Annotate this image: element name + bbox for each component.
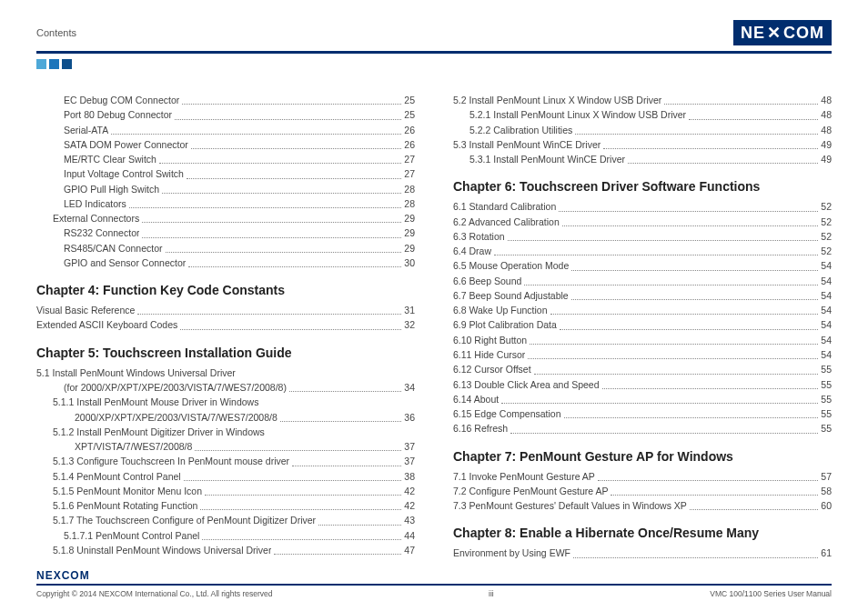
toc-entry[interactable]: GPIO and Sensor Connector30 [36, 255, 415, 270]
toc-entry[interactable]: ME/RTC Clear Switch27 [36, 152, 415, 166]
toc-entry[interactable]: 7.1 Invoke PenMount Gesture AP57 [453, 469, 832, 484]
toc-entry[interactable]: Visual Basic Reference31 [36, 303, 415, 317]
toc-entry[interactable]: 7.2 Configure PenMount Gesture AP58 [453, 484, 832, 498]
toc-page: 52 [821, 244, 832, 258]
toc-entry[interactable]: 6.16 Refresh55 [453, 421, 832, 436]
toc-entry[interactable]: 5.1.1 Install PenMount Mouse Driver in W… [36, 395, 415, 409]
toc-page: 37 [404, 454, 415, 468]
toc-entry[interactable]: (for 2000/XP/XPT/XPE/2003/VISTA/7/WES7/2… [36, 380, 415, 395]
toc-entry[interactable]: 6.7 Beep Sound Adjustable54 [453, 288, 832, 303]
toc-label: 5.1.6 PenMount Rotating Function [53, 498, 197, 513]
manual-title: VMC 100/1100 Series User Manual [710, 589, 832, 598]
toc-page: 29 [404, 211, 415, 225]
toc-page: 32 [404, 317, 415, 332]
toc-label: 7.1 Invoke PenMount Gesture AP [453, 469, 595, 484]
toc-page: 38 [404, 469, 415, 484]
toc-label: 6.12 Cursor Offset [453, 362, 531, 376]
toc-page: 44 [404, 528, 415, 543]
toc-entry[interactable]: 5.1 Install PenMount Windows Universal D… [36, 366, 415, 380]
toc-entry[interactable]: 7.3 PenMount Gestures' Default Values in… [453, 498, 832, 513]
toc-entry[interactable]: 5.1.8 Uninstall PenMount Windows Univers… [36, 543, 415, 557]
toc-entry[interactable]: Input Voltage Control Switch27 [36, 166, 415, 181]
toc-entry[interactable]: Serial-ATA26 [36, 123, 415, 137]
toc-page: 34 [404, 380, 415, 395]
toc-page: 58 [821, 484, 832, 498]
toc-page: 49 [821, 152, 832, 166]
toc-entry[interactable]: SATA DOM Power Connector26 [36, 137, 415, 152]
toc-entry[interactable]: 6.8 Wake Up Function54 [453, 303, 832, 317]
toc-entry[interactable]: 5.1.3 Configure Touchscreen In PenMount … [36, 454, 415, 468]
toc-entry[interactable]: 6.15 Edge Compensation55 [453, 406, 832, 421]
toc-page: 42 [404, 484, 415, 498]
toc-label: 5.2 Install PenMount Linux X Window USB … [453, 93, 661, 107]
toc-page: 26 [404, 123, 415, 137]
toc-entry[interactable]: 2000/XP/XPT/XPE/2003/VISTA/7/WES7/2008/8… [36, 410, 415, 425]
toc-label: 6.3 Rotation [453, 229, 505, 244]
toc-label: SATA DOM Power Connector [64, 137, 188, 152]
toc-entry[interactable]: 5.2 Install PenMount Linux X Window USB … [453, 93, 832, 107]
toc-entry[interactable]: 6.14 About55 [453, 392, 832, 406]
toc-label: 6.4 Draw [453, 244, 491, 258]
toc-entry[interactable]: 5.1.5 PenMount Monitor Menu Icon42 [36, 484, 415, 498]
toc-entry[interactable]: XPT/VISTA/7/WES7/2008/837 [36, 439, 415, 454]
toc-entry[interactable]: Environment by Using EWF61 [453, 546, 832, 560]
toc-label: 6.13 Double Click Area and Speed [453, 377, 600, 392]
toc-label: 6.6 Beep Sound [453, 274, 521, 288]
toc-label: 5.1.2 Install PenMount Digitizer Driver … [53, 425, 265, 439]
toc-entry[interactable]: LED Indicators28 [36, 196, 415, 211]
toc-page: 48 [821, 107, 832, 122]
toc-page: 54 [821, 347, 832, 362]
toc-page: 36 [404, 410, 415, 425]
toc-page: 27 [404, 152, 415, 166]
toc-entry[interactable]: 5.2.2 Calibration Utilities48 [453, 123, 832, 137]
toc-entry[interactable]: 5.3.1 Install PenMount WinCE Driver49 [453, 152, 832, 166]
toc-page: 54 [821, 288, 832, 303]
toc-entry[interactable]: 6.6 Beep Sound54 [453, 274, 832, 288]
toc-label: 5.1.7 The Touchscreen Configure of PenMo… [53, 513, 316, 527]
toc-entry[interactable]: 6.2 Advanced Calibration52 [453, 215, 832, 229]
toc-label: 6.10 Right Button [453, 333, 527, 347]
toc-entry[interactable]: 5.3 Install PenMount WinCE Driver49 [453, 137, 832, 152]
toc-page: 48 [821, 93, 832, 107]
toc-entry[interactable]: 5.1.2 Install PenMount Digitizer Driver … [36, 425, 415, 439]
toc-entry[interactable]: 5.2.1 Install PenMount Linux X Window US… [453, 107, 832, 122]
toc-entry[interactable]: 5.1.4 PenMount Control Panel38 [36, 469, 415, 484]
toc-entry[interactable]: Port 80 Debug Connector25 [36, 107, 415, 122]
toc-page: 54 [821, 303, 832, 317]
toc-entry[interactable]: External Connectors29 [36, 211, 415, 225]
toc-label: (for 2000/XP/XPT/XPE/2003/VISTA/7/WES7/2… [64, 380, 287, 395]
toc-label: RS232 Connector [64, 225, 139, 240]
toc-entry[interactable]: Extended ASCII Keyboard Codes32 [36, 317, 415, 332]
toc-label: External Connectors [53, 211, 139, 225]
toc-entry[interactable]: EC Debug COM Connector25 [36, 93, 415, 107]
toc-label: 6.14 About [453, 392, 499, 406]
toc-entry[interactable]: 6.12 Cursor Offset55 [453, 362, 832, 376]
toc-label: Serial-ATA [64, 123, 108, 137]
toc-page: 55 [821, 377, 832, 392]
toc-label: Input Voltage Control Switch [64, 166, 184, 181]
toc-entry[interactable]: 6.10 Right Button54 [453, 333, 832, 347]
toc-entry[interactable]: RS485/CAN Connector29 [36, 241, 415, 255]
decorative-squares [36, 59, 868, 69]
toc-entry[interactable]: 5.1.6 PenMount Rotating Function42 [36, 498, 415, 513]
toc-entry[interactable]: 5.1.7 The Touchscreen Configure of PenMo… [36, 513, 415, 527]
toc-entry[interactable]: 5.1.7.1 PenMount Control Panel44 [36, 528, 415, 543]
toc-page: 55 [821, 406, 832, 421]
toc-label: 5.1.7.1 PenMount Control Panel [64, 528, 199, 543]
toc-page: 55 [821, 392, 832, 406]
toc-entry[interactable]: 6.3 Rotation52 [453, 229, 832, 244]
toc-entry[interactable]: 6.4 Draw52 [453, 244, 832, 258]
toc-entry[interactable]: 6.9 Plot Calibration Data54 [453, 317, 832, 332]
toc-page: 52 [821, 199, 832, 214]
toc-entry[interactable]: 6.13 Double Click Area and Speed55 [453, 377, 832, 392]
toc-label: 6.5 Mouse Operation Mode [453, 258, 569, 273]
toc-entry[interactable]: 6.5 Mouse Operation Mode54 [453, 258, 832, 273]
logo-x-icon: ✕ [765, 23, 783, 43]
toc-entry[interactable]: 6.1 Standard Calibration52 [453, 199, 832, 214]
toc-entry[interactable]: 6.11 Hide Cursor54 [453, 347, 832, 362]
toc-entry[interactable]: RS232 Connector29 [36, 225, 415, 240]
toc-page: 55 [821, 421, 832, 436]
toc-entry[interactable]: GPIO Pull High Switch28 [36, 182, 415, 196]
toc-content: EC Debug COM Connector25Port 80 Debug Co… [0, 69, 868, 561]
toc-page: 47 [404, 543, 415, 557]
